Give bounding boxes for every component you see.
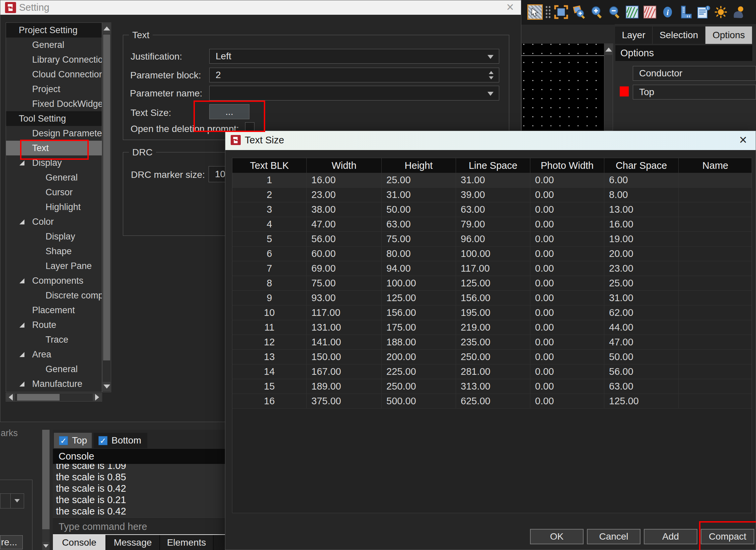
table-cell[interactable]: 117.00 [456,261,530,276]
top-checkbox-item[interactable]: ✓ Top [54,433,92,448]
tree-item-cloud-connection[interactable]: Cloud Connection [6,67,102,82]
scrollbar-thumb[interactable] [17,394,60,401]
expand-icon[interactable] [19,278,24,283]
tree-item-display[interactable]: Display [6,229,102,244]
more-button[interactable]: re... [0,535,23,549]
table-cell[interactable]: 189.00 [307,379,382,394]
table-cell[interactable]: 1 [232,173,307,187]
table-cell[interactable]: 0.00 [530,305,604,320]
table-cell[interactable]: 625.00 [456,394,530,408]
table-cell[interactable]: 16.00 [307,173,382,187]
table-cell[interactable]: 235.00 [456,335,530,349]
expand-icon[interactable] [19,352,24,357]
tree-item-project[interactable]: Project [6,82,102,96]
select-tool-icon[interactable] [527,4,543,20]
table-row[interactable]: 447.0063.0079.000.0016.00 [232,217,752,232]
expand-icon[interactable] [19,219,24,224]
tree-item-placement[interactable]: Placement [6,303,102,318]
table-cell[interactable]: 15 [232,379,307,394]
mesh-green-icon[interactable] [624,4,640,20]
table-cell[interactable]: 6.00 [604,173,679,187]
tree-item-trace[interactable]: Trace [6,332,102,347]
conductor-field[interactable]: Conductor [633,66,756,81]
parameter-name-select[interactable] [209,86,499,100]
table-cell[interactable]: 0.00 [530,320,604,335]
deletion-prompt-checkbox[interactable] [245,122,254,132]
scrollbar-thumb[interactable] [42,430,50,529]
table-cell[interactable] [679,350,752,364]
table-cell[interactable]: 125.00 [382,291,456,305]
table-cell[interactable]: 50.00 [604,350,679,364]
tree-item-text[interactable]: Text [6,141,102,155]
console-tab-elements[interactable]: Elements [160,535,214,550]
design-canvas[interactable] [521,44,604,131]
table-cell[interactable]: 125.00 [604,394,679,408]
zoom-window-icon[interactable] [571,4,587,20]
ok-button[interactable]: OK [530,529,584,544]
tree-item-design-parameter[interactable]: Design Parameter [6,126,102,141]
table-row[interactable]: 15189.00250.00313.000.0063.00 [232,379,752,394]
table-cell[interactable]: 0.00 [530,217,604,231]
table-cell[interactable]: 156.00 [382,305,456,320]
table-cell[interactable]: 0.00 [530,350,604,364]
mesh-red-icon[interactable] [642,4,658,20]
info-icon[interactable]: i [660,4,675,20]
tree-item-display[interactable]: Display [6,155,102,170]
table-cell[interactable]: 8.00 [604,188,679,202]
bottom-checkbox[interactable]: ✓ [98,436,107,445]
table-cell[interactable]: 375.00 [307,394,382,408]
table-cell[interactable]: 20.00 [604,247,679,261]
text-size-button[interactable]: ... [209,104,249,119]
cancel-button[interactable]: Cancel [587,529,640,544]
table-cell[interactable]: 117.00 [307,305,382,320]
tree-item-highlight[interactable]: Highlight [6,200,102,214]
console-tab-console[interactable]: Console [53,535,106,550]
table-cell[interactable]: 141.00 [307,335,382,349]
tab-selection[interactable]: Selection [653,26,705,44]
scroll-left-icon[interactable] [6,394,15,401]
table-cell[interactable] [679,261,752,276]
table-row[interactable]: 556.0075.0096.000.0019.00 [232,232,752,247]
table-cell[interactable]: 23.00 [307,188,382,202]
table-cell[interactable]: 13.00 [604,202,679,217]
table-cell[interactable]: 31.00 [456,173,530,187]
table-cell[interactable]: 250.00 [382,379,456,394]
table-cell[interactable]: 69.00 [307,261,382,276]
table-cell[interactable]: 0.00 [530,232,604,246]
table-cell[interactable] [679,305,752,320]
justification-select[interactable]: Left [209,49,499,64]
column-header-line-space[interactable]: Line Space [456,158,530,173]
tab-layer[interactable]: Layer [615,26,653,44]
table-cell[interactable]: 79.00 [456,217,530,231]
table-cell[interactable]: 125.00 [456,276,530,290]
tree-hscrollbar[interactable] [6,393,102,402]
table-cell[interactable]: 5 [232,232,307,246]
tree-item-cursor[interactable]: Cursor [6,185,102,200]
scroll-up-icon[interactable] [103,23,110,34]
table-cell[interactable]: 0.00 [530,394,604,408]
table-cell[interactable] [679,188,752,202]
table-cell[interactable]: 0.00 [530,379,604,394]
table-row[interactable]: 338.0050.0063.000.0013.00 [232,202,752,217]
table-cell[interactable] [679,335,752,349]
report-icon[interactable]: i [695,4,711,20]
table-cell[interactable] [679,173,752,187]
table-cell[interactable]: 25.00 [382,173,456,187]
table-cell[interactable] [679,232,752,246]
table-cell[interactable]: 131.00 [307,320,382,335]
tree-item-discrete-comps[interactable]: Discrete comps [6,288,102,303]
console-tab-message[interactable]: Message [106,535,160,550]
table-cell[interactable]: 23.00 [604,261,679,276]
table-row[interactable]: 875.00100.00125.000.0025.00 [232,276,752,291]
table-cell[interactable] [679,247,752,261]
table-cell[interactable]: 0.00 [530,173,604,187]
zoom-fit-icon[interactable] [553,4,569,20]
table-row[interactable]: 12141.00188.00235.000.0047.00 [232,335,752,350]
tree-item-color[interactable]: Color [6,214,102,229]
table-row[interactable]: 660.0080.00100.000.0020.00 [232,247,752,261]
table-row[interactable]: 769.0094.00117.000.0023.00 [232,261,752,276]
tree-item-area[interactable]: Area [6,347,102,362]
table-cell[interactable] [679,276,752,290]
table-cell[interactable]: 19.00 [604,232,679,246]
table-cell[interactable]: 63.00 [604,379,679,394]
